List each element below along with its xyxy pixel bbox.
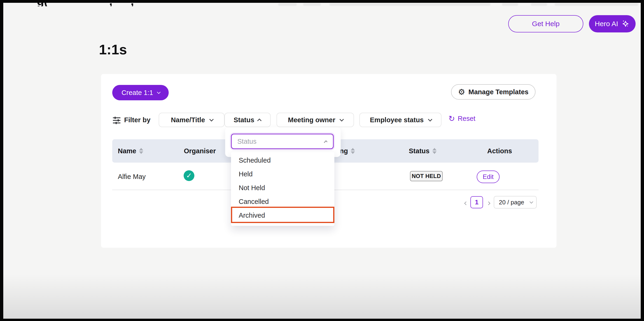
- gear-icon: ⚙: [458, 88, 465, 96]
- status-search-input[interactable]: [231, 134, 334, 149]
- column-organiser: Organiser: [184, 139, 216, 162]
- edit-button[interactable]: Edit: [477, 170, 500, 183]
- column-actions: Actions: [487, 139, 512, 162]
- column-status[interactable]: Status: [409, 139, 436, 162]
- filter-sliders-icon: [112, 116, 121, 124]
- chevron-down-icon: [157, 90, 161, 94]
- chevron-right-icon: [486, 201, 490, 205]
- filter-pill-label: Status: [234, 116, 254, 124]
- hero-ai-button[interactable]: Hero AI: [589, 15, 636, 32]
- filter-pill-status[interactable]: Status: [224, 113, 271, 127]
- chevron-down-icon: [340, 117, 344, 121]
- reset-label: Reset: [458, 115, 476, 122]
- clipped-toolbar-bar: [330, 3, 490, 6]
- filter-pill-label: Meeting owner: [288, 116, 335, 124]
- pagination-next-button[interactable]: [485, 200, 492, 207]
- sort-icon: [139, 148, 143, 154]
- option-scheduled[interactable]: Scheduled: [231, 154, 334, 167]
- chevron-down-icon: [530, 200, 534, 204]
- hero-ai-label: Hero AI: [595, 20, 618, 28]
- page-size-select[interactable]: 20 / page: [494, 196, 537, 208]
- column-name[interactable]: Name: [118, 139, 143, 162]
- option-not-held[interactable]: Not Held: [231, 181, 334, 195]
- app-screen: g( , , Get Help Hero AI 1:1s Create 1:1 …: [0, 0, 644, 321]
- column-label: Actions: [487, 147, 512, 155]
- chevron-left-icon: [464, 201, 468, 205]
- manage-templates-label: Manage Templates: [468, 88, 528, 96]
- filter-pill-name-title[interactable]: Name/Title: [159, 113, 224, 127]
- column-label: Name: [118, 147, 136, 155]
- refresh-icon: ↻: [448, 115, 455, 122]
- page-size-label: 20 / page: [499, 199, 524, 206]
- clipped-toolbar-bar: [555, 3, 638, 6]
- filter-pill-label: Name/Title: [171, 116, 205, 124]
- clipped-toolbar-bar: [303, 3, 321, 6]
- clipped-toolbar-bar: [531, 3, 547, 6]
- sparkles-icon: [621, 19, 630, 28]
- get-help-label: Get Help: [532, 20, 560, 28]
- option-archived[interactable]: Archived: [231, 208, 334, 222]
- chevron-up-icon: [257, 118, 261, 123]
- option-cancelled[interactable]: Cancelled: [231, 195, 334, 208]
- column-label: Organiser: [184, 147, 216, 155]
- sort-icon: [351, 148, 355, 154]
- manage-templates-button[interactable]: ⚙ Manage Templates: [451, 84, 536, 100]
- clipped-heading-fragments: g( , ,: [0, 3, 210, 6]
- status-badge: NOT HELD: [410, 171, 443, 181]
- filter-by-label: Filter by: [124, 116, 150, 124]
- sort-icon: [432, 148, 436, 154]
- chevron-down-icon: [209, 117, 214, 121]
- bottom-gradient: [0, 274, 644, 319]
- status-input-field[interactable]: [232, 138, 325, 145]
- chevron-down-icon: [428, 117, 432, 121]
- text-fragment: g(: [37, 3, 48, 6]
- option-held[interactable]: Held: [231, 167, 334, 181]
- create-1-1-label: Create 1:1: [122, 89, 153, 96]
- create-1-1-button[interactable]: Create 1:1: [112, 85, 169, 100]
- filter-pill-employee-status[interactable]: Employee status: [359, 113, 442, 127]
- filter-pill-meeting-owner[interactable]: Meeting owner: [276, 113, 354, 127]
- row-name: Alfie May: [118, 173, 146, 180]
- text-fragment: ,: [109, 3, 112, 6]
- pagination-prev-button[interactable]: [462, 200, 470, 207]
- pagination-page-1[interactable]: 1: [470, 196, 483, 208]
- clipped-toolbar-bar: [278, 3, 297, 6]
- text-fragment: ,: [131, 3, 134, 6]
- filter-pill-label: Employee status: [370, 116, 424, 124]
- status-options-list: Scheduled Held Not Held Cancelled Archiv…: [231, 152, 334, 226]
- page-title: 1:1s: [99, 42, 127, 58]
- reset-filters-button[interactable]: ↻ Reset: [448, 115, 475, 122]
- clipped-toolbar-bar: [502, 3, 518, 6]
- get-help-button[interactable]: Get Help: [508, 15, 583, 32]
- organiser-check-icon: ✓: [184, 170, 194, 181]
- column-label: Status: [409, 147, 430, 155]
